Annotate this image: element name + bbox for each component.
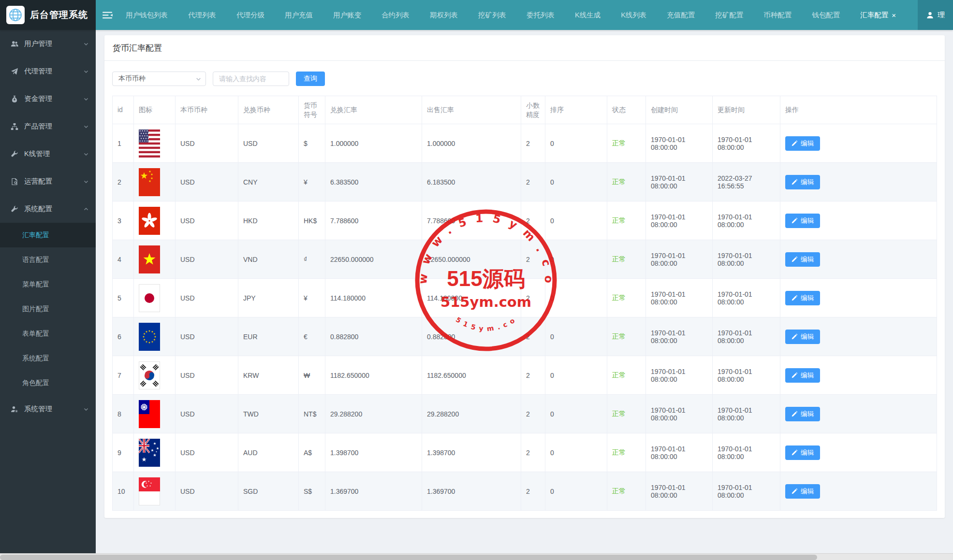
sidebar-item-0[interactable]: 用户管理 xyxy=(0,30,96,57)
cell-sort: 0 xyxy=(545,317,607,356)
cell-status: 正常 xyxy=(607,356,646,395)
cell-sort: 0 xyxy=(545,472,607,511)
flag-au-icon xyxy=(139,439,160,467)
edit-button[interactable]: 编辑 xyxy=(785,484,820,499)
cell-currency-symbol: € xyxy=(299,317,325,356)
status-badge: 正常 xyxy=(612,139,626,147)
chevron-up-icon xyxy=(83,206,89,212)
cell-flag xyxy=(134,279,176,317)
column-header: 更新时间 xyxy=(713,96,780,124)
cell-sell-rate: 0.882800 xyxy=(422,317,521,356)
sidebar-item-5[interactable]: 运营配置 xyxy=(0,168,96,195)
cell-quote-currency: TWD xyxy=(238,395,299,433)
nav-tab-14[interactable]: 钱包配置 xyxy=(812,11,840,20)
cell-sort: 0 xyxy=(545,395,607,433)
cell-flag xyxy=(134,395,176,433)
sidebar-toggle-button[interactable] xyxy=(96,0,119,30)
edit-button[interactable]: 编辑 xyxy=(785,136,820,151)
nav-tab-2[interactable]: 代理分级 xyxy=(236,11,264,20)
nav-tab-13[interactable]: 币种配置 xyxy=(763,11,792,20)
cell-buy-rate: 22650.000000 xyxy=(325,240,422,279)
user-menu[interactable]: 理 xyxy=(918,0,953,30)
close-icon[interactable]: × xyxy=(892,12,896,19)
sidebar-subitem-4[interactable]: 表单配置 xyxy=(0,321,96,346)
sidebar-subitem-5[interactable]: 系统配置 xyxy=(0,346,96,371)
cell-created-time: 1970-01-01 08:00:00 xyxy=(646,163,713,201)
search-input[interactable] xyxy=(213,72,289,86)
sidebar-item-7[interactable]: 系统管理 xyxy=(0,395,96,423)
cell-sort: 0 xyxy=(545,433,607,472)
sidebar-subitem-2[interactable]: 菜单配置 xyxy=(0,272,96,297)
cell-base-currency: USD xyxy=(176,433,238,472)
sidebar-submenu: 汇率配置语言配置菜单配置图片配置表单配置系统配置角色配置 xyxy=(0,223,96,395)
cell-flag xyxy=(134,433,176,472)
sidebar-item-6[interactable]: 系统配置 xyxy=(0,195,96,223)
search-button[interactable]: 查询 xyxy=(296,72,325,86)
sidebar-item-1[interactable]: 代理管理 xyxy=(0,57,96,85)
cell-created-time: 1970-01-01 08:00:00 xyxy=(646,356,713,395)
cell-id: 2 xyxy=(113,163,134,201)
nav-tab-15[interactable]: 汇率配置× xyxy=(860,11,896,20)
cell-updated-time: 1970-01-01 08:00:00 xyxy=(713,317,780,356)
edit-button[interactable]: 编辑 xyxy=(785,368,820,383)
nav-tab-10[interactable]: K线列表 xyxy=(621,11,646,20)
cell-currency-symbol: ₩ xyxy=(299,356,325,395)
admin-app: 后台管理系统 用户钱包列表代理列表代理分级用户充值用户账变合约列表期权列表挖矿列… xyxy=(0,0,953,560)
edit-icon xyxy=(792,488,798,494)
edit-icon xyxy=(792,217,798,224)
cell-base-currency: USD xyxy=(176,163,238,201)
cell-precision: 2 xyxy=(521,201,545,240)
edit-button[interactable]: 编辑 xyxy=(785,252,820,267)
user-icon xyxy=(926,11,934,19)
nav-tab-7[interactable]: 挖矿列表 xyxy=(478,11,506,20)
edit-button[interactable]: 编辑 xyxy=(785,330,820,344)
edit-button[interactable]: 编辑 xyxy=(785,445,820,460)
cell-quote-currency: USD xyxy=(238,124,299,163)
nav-tab-1[interactable]: 代理列表 xyxy=(188,11,216,20)
table-row: 2USDCNY¥6.3835006.18350020正常1970-01-01 0… xyxy=(113,163,937,201)
cell-quote-currency: CNY xyxy=(238,163,299,201)
cell-base-currency: USD xyxy=(176,356,238,395)
currency-type-select[interactable]: 本币币种 xyxy=(112,72,206,86)
nav-tab-0[interactable]: 用户钱包列表 xyxy=(126,11,168,20)
cell-id: 5 xyxy=(113,279,134,317)
nav-tab-5[interactable]: 合约列表 xyxy=(381,11,410,20)
edit-button[interactable]: 编辑 xyxy=(785,407,820,421)
globe-icon xyxy=(6,6,25,24)
sidebar-subitem-6[interactable]: 角色配置 xyxy=(0,371,96,395)
nav-tab-12[interactable]: 挖矿配置 xyxy=(715,11,743,20)
sidebar-item-3[interactable]: 产品管理 xyxy=(0,113,96,140)
nav-tab-4[interactable]: 用户账变 xyxy=(333,11,361,20)
status-badge: 正常 xyxy=(612,255,626,263)
page-title: 货币汇率配置 xyxy=(113,43,162,54)
cell-created-time: 1970-01-01 08:00:00 xyxy=(646,433,713,472)
nav-tab-8[interactable]: 委托列表 xyxy=(527,11,555,20)
nav-tab-9[interactable]: K线生成 xyxy=(575,11,601,20)
cell-quote-currency: SGD xyxy=(238,472,299,511)
column-header: 图标 xyxy=(134,96,176,124)
edit-button[interactable]: 编辑 xyxy=(785,214,820,228)
sidebar-item-2[interactable]: 资金管理 xyxy=(0,85,96,113)
chevron-down-icon xyxy=(83,69,89,74)
sidebar-subitem-3[interactable]: 图片配置 xyxy=(0,297,96,321)
nav-tab-3[interactable]: 用户充值 xyxy=(285,11,313,20)
edit-button[interactable]: 编辑 xyxy=(785,291,820,305)
sidebar-subitem-1[interactable]: 语言配置 xyxy=(0,247,96,272)
cell-precision: 2 xyxy=(521,472,545,511)
column-header: id xyxy=(113,96,134,124)
horizontal-scrollbar-thumb[interactable] xyxy=(0,555,817,560)
app-logo: 后台管理系统 xyxy=(0,0,96,30)
edit-button[interactable]: 编辑 xyxy=(785,175,820,189)
sitemap-icon xyxy=(11,123,18,130)
nav-tab-6[interactable]: 期权列表 xyxy=(430,11,458,20)
status-badge: 正常 xyxy=(612,410,626,417)
select-value: 本币币种 xyxy=(118,74,146,83)
nav-tab-11[interactable]: 充值配置 xyxy=(667,11,695,20)
cell-quote-currency: EUR xyxy=(238,317,299,356)
cell-sell-rate: 29.288200 xyxy=(422,395,521,433)
column-header: 兑换币种 xyxy=(238,96,299,124)
table-row: 5USDJPY¥114.180000114.18000020正常1970-01-… xyxy=(113,279,937,317)
sidebar-subitem-0[interactable]: 汇率配置 xyxy=(0,223,96,247)
sidebar-item-4[interactable]: K线管理 xyxy=(0,140,96,168)
cell-sell-rate: 22650.000000 xyxy=(422,240,521,279)
